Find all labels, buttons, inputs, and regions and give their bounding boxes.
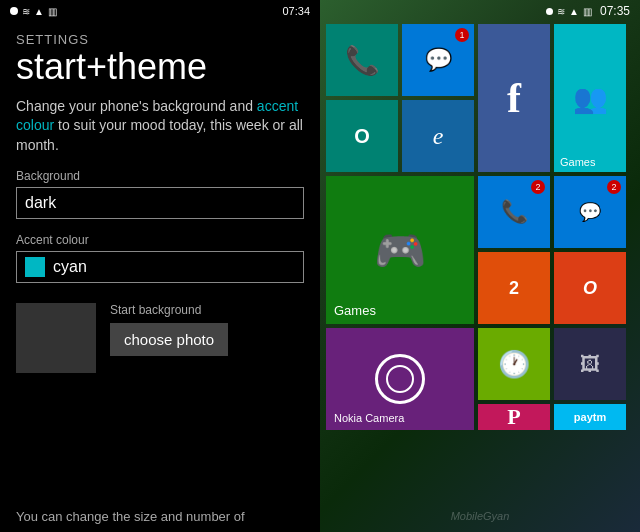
phone-icon: 📞 — [345, 44, 380, 77]
tiles-grid: 📞 💬 1 f 👥 Games O e 🎮 Games 📞 2 — [320, 22, 640, 432]
clock-icon: 🕐 — [498, 349, 530, 380]
bottom-text: You can change the size and number of — [0, 501, 320, 532]
tile-messaging[interactable]: 💬 1 — [402, 24, 474, 96]
tile-ie[interactable]: e — [402, 100, 474, 172]
office2-icon: O — [583, 278, 597, 299]
bg-preview-thumbnail — [16, 303, 96, 373]
tile-clock[interactable]: 🕐 — [478, 328, 550, 400]
games-icon: 🎮 — [374, 226, 426, 275]
status-bar-right: ≋ ▲ ▥ 07:35 — [320, 0, 640, 22]
tile-outlook[interactable]: O — [326, 100, 398, 172]
choose-photo-button[interactable]: choose photo — [110, 323, 228, 356]
ie-icon: e — [433, 123, 444, 150]
background-input[interactable] — [16, 187, 304, 219]
messaging-icon: 💬 — [425, 47, 452, 73]
tile-photos[interactable]: 🖼 — [554, 328, 626, 400]
accent-value: cyan — [53, 258, 87, 276]
wifi-icon: ≋ — [22, 6, 30, 17]
office-icon: 2 — [509, 278, 519, 299]
tile-phone[interactable]: 📞 — [326, 24, 398, 96]
tile-office2[interactable]: O — [554, 252, 626, 324]
bg-section: Start background choose photo — [0, 303, 320, 373]
battery-icon-left: ▥ — [48, 6, 57, 17]
msg2-icon: 💬 — [579, 201, 601, 223]
people-icon: 👥 — [573, 82, 608, 115]
paytm-label: paytm — [574, 411, 606, 423]
camera-lens — [375, 354, 425, 404]
outlook-icon: O — [354, 125, 370, 148]
tile-people[interactable]: 👥 Games — [554, 24, 626, 172]
tile-facebook[interactable]: f — [478, 24, 550, 172]
bg-right: Start background choose photo — [110, 303, 228, 356]
description-plain: Change your phone's background and — [16, 98, 257, 114]
time-right: 07:35 — [600, 4, 630, 18]
settings-panel: ≋ ▲ ▥ 07:34 SETTINGS start+theme Change … — [0, 0, 320, 532]
people-label: Games — [560, 156, 595, 168]
msg-badge: 1 — [455, 28, 469, 42]
background-label: Background — [0, 169, 320, 187]
watermark: MobileGyan — [451, 510, 510, 522]
tile-phone2[interactable]: 📞 2 — [478, 176, 550, 248]
notif-dot-right — [546, 8, 553, 15]
cyan-color-swatch — [25, 257, 45, 277]
tile-picsart[interactable]: P — [478, 404, 550, 430]
tile-paytm[interactable]: paytm — [554, 404, 626, 430]
status-icons: ≋ ▲ ▥ — [10, 6, 57, 17]
accent-label: Accent colour — [0, 233, 320, 251]
time-left: 07:34 — [282, 5, 310, 17]
tile-games[interactable]: 🎮 Games — [326, 176, 474, 324]
settings-label: SETTINGS — [0, 22, 320, 47]
status-bar-left: ≋ ▲ ▥ 07:34 — [0, 0, 320, 22]
photos-icon: 🖼 — [580, 353, 600, 376]
tile-office[interactable]: 2 — [478, 252, 550, 324]
camera-inner-lens — [386, 365, 414, 393]
games-label: Games — [334, 303, 376, 318]
notification-dot — [10, 7, 18, 15]
phone-badge: 2 — [531, 180, 545, 194]
start-screen: ≋ ▲ ▥ 07:35 📞 💬 1 f 👥 Games O e 🎮 — [320, 0, 640, 532]
description-text: Change your phone's background and accen… — [0, 97, 320, 170]
tile-nokia-camera[interactable]: Nokia Camera — [326, 328, 474, 430]
wifi-icon-right: ≋ — [557, 6, 565, 17]
picsart-icon: P — [507, 404, 520, 430]
page-title: start+theme — [0, 47, 320, 97]
accent-input-wrapper[interactable]: cyan — [16, 251, 304, 283]
signal-icon: ▲ — [34, 6, 44, 17]
battery-icon-right: ▥ — [583, 6, 592, 17]
nokia-camera-label: Nokia Camera — [334, 412, 404, 424]
tile-messaging2[interactable]: 💬 2 — [554, 176, 626, 248]
start-bg-label: Start background — [110, 303, 228, 317]
msg2-badge: 2 — [607, 180, 621, 194]
signal-icon-right: ▲ — [569, 6, 579, 17]
phone2-icon: 📞 — [501, 199, 528, 225]
facebook-icon: f — [507, 74, 521, 122]
description-end: to suit your mood today, this week or al… — [16, 117, 303, 153]
